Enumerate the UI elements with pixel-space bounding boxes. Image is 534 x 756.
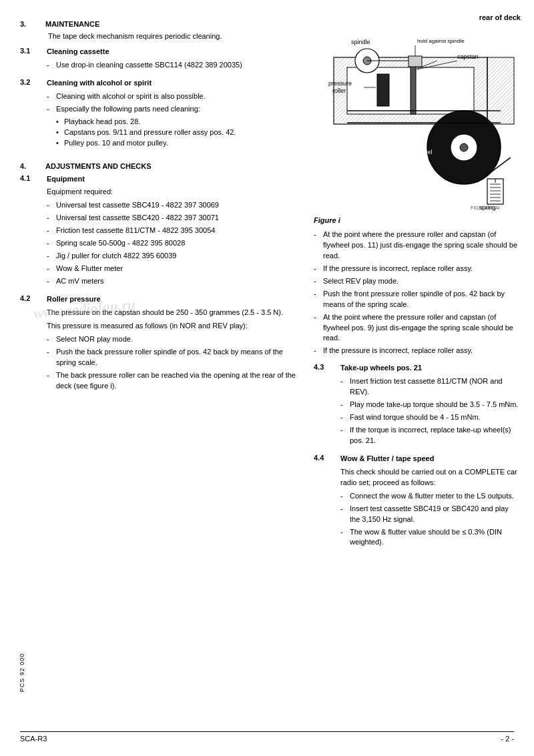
section43-num: 4.3 bbox=[314, 363, 332, 448]
list-item: Capstans pos. 9/11 and pressure roller a… bbox=[56, 127, 300, 138]
svg-text:capstan: capstan bbox=[457, 53, 479, 60]
section44: 4.4 Wow & Flutter / tape speed This chec… bbox=[314, 454, 521, 550]
section32: 3.2 Cleaning with alcohol or spirit Clea… bbox=[20, 78, 300, 151]
section43-title: Take-up wheels pos. 21 bbox=[340, 363, 521, 374]
section44-title: Wow & Flutter / tape speed bbox=[340, 454, 521, 464]
right-column: rear of deck bbox=[314, 13, 521, 555]
list-item: Push the back pressure roller spindle of… bbox=[47, 347, 300, 368]
section41-intro: Equipment required: bbox=[47, 187, 300, 198]
section32-content: Cleaning with alcohol or spirit Cleaning… bbox=[47, 78, 300, 151]
deck-diagram: spindle hold against spindle pressure ro… bbox=[314, 24, 521, 211]
footer-left: SCA-R3 bbox=[20, 735, 47, 743]
list-item: Select NOR play mode. bbox=[47, 334, 300, 345]
side-text: PCS 92 000 bbox=[19, 653, 25, 693]
list-item: Cleaning with alcohol or spirit is also … bbox=[47, 91, 300, 102]
section41-title: Equipment bbox=[47, 174, 300, 185]
list-item: Connect the wow & flutter meter to the L… bbox=[340, 491, 521, 502]
list-item: Friction test cassette 811/CTM - 4822 39… bbox=[47, 226, 300, 236]
svg-text:roller: roller bbox=[332, 87, 346, 94]
list-item: Insert test cassette SBC419 or SBC420 an… bbox=[340, 504, 521, 525]
section32-num: 3.2 bbox=[20, 78, 39, 151]
section4-num: 4. bbox=[20, 162, 33, 170]
list-item: Universal test cassette SBC420 - 4822 39… bbox=[47, 213, 300, 224]
section3-heading: 3. MAINTENANCE bbox=[20, 20, 300, 28]
list-item: Wow & Flutter meter bbox=[47, 264, 300, 274]
list-item: If the torque is incorrect, replace take… bbox=[340, 425, 521, 446]
right-items-list: At the point where the pressure roller a… bbox=[314, 230, 521, 356]
svg-rect-7 bbox=[411, 64, 416, 114]
list-item: If the pressure is incorrect, replace ro… bbox=[314, 264, 521, 274]
section42: 4.2 Roller pressure The pressure on the … bbox=[20, 294, 300, 394]
section3-num: 3. bbox=[20, 20, 33, 28]
section31-num: 3.1 bbox=[20, 47, 39, 73]
section41: 4.1 Equipment Equipment required: Univer… bbox=[20, 174, 300, 289]
figure-area: rear of deck bbox=[314, 13, 521, 224]
section42-num: 4.2 bbox=[20, 294, 39, 394]
figure-rear-label: rear of deck bbox=[314, 13, 521, 21]
section44-list: Connect the wow & flutter meter to the L… bbox=[340, 491, 521, 548]
section42-title: Roller pressure bbox=[47, 294, 300, 305]
svg-text:scale: scale bbox=[482, 210, 496, 211]
list-item: Use drop-in cleaning cassette SBC114 (48… bbox=[47, 60, 300, 71]
section42-intro1: The pressure on the capstan should be 25… bbox=[47, 308, 300, 318]
list-item: Universal test cassette SBC419 - 4822 39… bbox=[47, 200, 300, 211]
section31-list: Use drop-in cleaning cassette SBC114 (48… bbox=[47, 60, 300, 71]
svg-text:pressure: pressure bbox=[328, 80, 352, 87]
section31-content: Cleaning cassette Use drop-in cleaning c… bbox=[47, 47, 300, 73]
list-item: Push the front pressure roller spindle o… bbox=[314, 289, 521, 310]
section4-heading: 4. ADJUSTMENTS AND CHECKS bbox=[20, 162, 300, 170]
section3-title: MAINTENANCE bbox=[45, 20, 99, 28]
section43-list: Insert friction test cassette 811/CTM (N… bbox=[340, 376, 521, 446]
section4-title: ADJUSTMENTS AND CHECKS bbox=[45, 162, 152, 170]
section41-num: 4.1 bbox=[20, 174, 39, 289]
section32-bullets: Playback head pos. 28. Capstans pos. 9/1… bbox=[56, 117, 300, 149]
section44-content: Wow & Flutter / tape speed This check sh… bbox=[340, 454, 521, 550]
list-item: If the pressure is incorrect, replace ro… bbox=[314, 346, 521, 356]
svg-rect-6 bbox=[377, 74, 389, 106]
list-item: Playback head pos. 28. bbox=[56, 117, 300, 127]
list-item: At the point where the pressure roller a… bbox=[314, 230, 521, 262]
section43: 4.3 Take-up wheels pos. 21 Insert fricti… bbox=[314, 363, 521, 448]
footer-right: - 2 - bbox=[501, 735, 514, 743]
diagram-container: spindle hold against spindle pressure ro… bbox=[314, 24, 521, 212]
section31-title: Cleaning cassette bbox=[47, 47, 300, 57]
section32-title: Cleaning with alcohol or spirit bbox=[47, 78, 300, 89]
list-item: AC mV meters bbox=[47, 276, 300, 287]
section32-list: Cleaning with alcohol or spirit is also … bbox=[47, 91, 300, 115]
section44-num: 4.4 bbox=[314, 454, 332, 550]
svg-rect-25 bbox=[409, 56, 422, 67]
list-item: Play mode take-up torque should be 3.5 -… bbox=[340, 400, 521, 410]
list-item: Insert friction test cassette 811/CTM (N… bbox=[340, 376, 521, 398]
svg-rect-14 bbox=[487, 57, 514, 124]
list-item: The wow & flutter value should be ≤ 0.3%… bbox=[340, 527, 521, 548]
svg-point-11 bbox=[460, 143, 468, 151]
section43-content: Take-up wheels pos. 21 Insert friction t… bbox=[340, 363, 521, 448]
figure-caption: Figure i bbox=[314, 216, 521, 224]
list-item: Spring scale 50-500g - 4822 395 80028 bbox=[47, 238, 300, 249]
list-item: Especially the following parts need clea… bbox=[47, 104, 300, 115]
list-item: Select REV play mode. bbox=[314, 276, 521, 287]
section31: 3.1 Cleaning cassette Use drop-in cleani… bbox=[20, 47, 300, 73]
section42-list: Select NOR play mode. Push the back pres… bbox=[47, 334, 300, 392]
list-item: The back pressure roller can be reached … bbox=[47, 370, 300, 392]
svg-text:flywheel: flywheel bbox=[411, 149, 433, 155]
list-item: At the point where the pressure roller a… bbox=[314, 312, 521, 344]
section42-content: Roller pressure The pressure on the caps… bbox=[47, 294, 300, 394]
svg-text:FIGSCAR3.AI: FIGSCAR3.AI bbox=[471, 206, 500, 210]
section3-intro: The tape deck mechanism requires periodi… bbox=[48, 32, 300, 40]
list-item: Fast wind torque should be 4 - 15 mNm. bbox=[340, 412, 521, 423]
section44-intro: This check should be carried out on a CO… bbox=[340, 467, 521, 488]
footer: SCA-R3 - 2 - bbox=[20, 731, 514, 743]
section41-list: Universal test cassette SBC419 - 4822 39… bbox=[47, 200, 300, 287]
list-item: Pulley pos. 10 and motor pulley. bbox=[56, 138, 300, 149]
list-item: Jig / puller for clutch 4822 395 60039 bbox=[47, 251, 300, 262]
svg-text:hold against spindle: hold against spindle bbox=[417, 38, 465, 44]
spindle-label: spindle bbox=[351, 39, 370, 45]
left-column: 3. MAINTENANCE The tape deck mechanism r… bbox=[20, 13, 300, 555]
section42-intro2: This pressure is measured as follows (in… bbox=[47, 321, 300, 332]
section41-content: Equipment Equipment required: Universal … bbox=[47, 174, 300, 289]
page: PCS 92 000 www.radiofan.ru 3. MAINTENANC… bbox=[0, 0, 534, 756]
